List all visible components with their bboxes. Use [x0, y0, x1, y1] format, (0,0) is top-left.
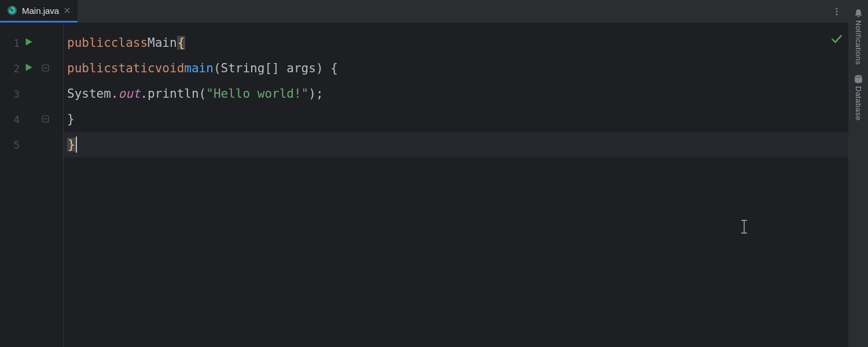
- notifications-label: Notifications: [854, 20, 863, 65]
- run-gutter-icon[interactable]: [20, 63, 37, 74]
- run-gutter-icon[interactable]: [20, 38, 37, 49]
- brace-highlight: {: [177, 36, 186, 50]
- line-number: 2: [0, 62, 20, 75]
- caret: [76, 136, 77, 153]
- code-line: System.out.println("Hello world!");: [64, 81, 848, 106]
- bell-icon: [854, 8, 863, 18]
- gutter-line: 2: [0, 56, 63, 81]
- line-number: 4: [0, 113, 20, 125]
- tab-main-java[interactable]: Main.java: [0, 0, 78, 23]
- gutter-line: 5: [0, 132, 63, 157]
- database-tool-button[interactable]: Database: [848, 71, 868, 124]
- notifications-tool-button[interactable]: Notifications: [848, 5, 868, 68]
- text-cursor-icon: [740, 220, 749, 237]
- line-number: 5: [0, 139, 20, 151]
- svg-point-3: [836, 10, 837, 12]
- database-icon: [854, 74, 863, 84]
- editor-main-area: Main.java 1 2: [0, 0, 848, 347]
- database-label: Database: [854, 86, 863, 121]
- fold-end-icon[interactable]: [37, 114, 53, 125]
- line-number: 1: [0, 37, 20, 49]
- gutter-line: 4: [0, 106, 63, 132]
- gutter-line: 3: [0, 81, 63, 106]
- editor-body: 1 2 3 4: [0, 23, 848, 347]
- code-line: }: [64, 106, 848, 132]
- svg-point-2: [836, 8, 837, 9]
- svg-point-9: [855, 75, 862, 77]
- right-tool-stripe: Notifications Database: [848, 0, 868, 347]
- svg-point-4: [836, 13, 837, 15]
- tab-bar-spacer: [78, 0, 825, 23]
- brace-highlight: }: [67, 138, 76, 152]
- fold-collapse-icon[interactable]: [37, 63, 53, 74]
- code-line-current: }: [64, 132, 848, 157]
- close-icon[interactable]: [64, 6, 71, 16]
- java-file-icon: [7, 5, 17, 16]
- analysis-ok-icon[interactable]: [831, 34, 843, 48]
- line-number: 3: [0, 88, 20, 100]
- tab-filename: Main.java: [22, 6, 59, 16]
- code-line: public class Main {: [64, 30, 848, 56]
- gutter-line: 1: [0, 30, 63, 56]
- kebab-icon: [832, 7, 841, 16]
- code-line: public static void main(String[] args) {: [64, 56, 848, 81]
- tab-bar: Main.java: [0, 0, 848, 23]
- gutter: 1 2 3 4: [0, 23, 64, 347]
- tab-more-button[interactable]: [825, 0, 848, 23]
- code-area[interactable]: public class Main { public static void m…: [64, 23, 848, 347]
